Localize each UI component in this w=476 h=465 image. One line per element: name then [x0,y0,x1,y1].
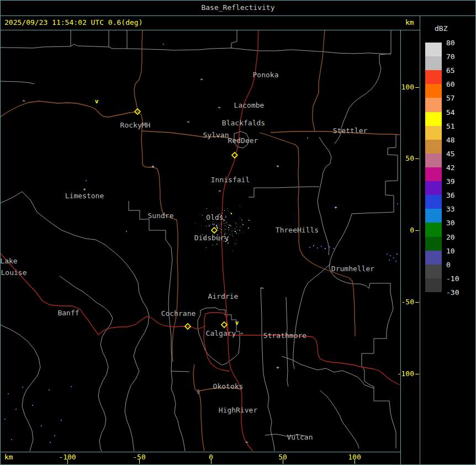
radar-echo-pixel [54,435,55,436]
radar-echo-pixel [86,180,87,181]
radar-echo-pixel [210,224,210,225]
city-label: Louise [1,268,27,277]
radar-echo-pixel [216,225,217,226]
radar-echo-pixel [389,260,390,261]
radar-echo-pixel [225,225,225,226]
map-line [134,30,142,112]
outer-border-top [0,0,476,1]
radar-echo-pixel [218,224,218,224]
radar-echo-pixel [218,225,218,226]
radar-echo-pixel [224,230,224,231]
colorbar-value-label: 48 [446,136,455,144]
radar-echo-pixel [41,425,42,426]
radar-echo-pixel [213,221,213,222]
radar-echo-pixel [229,225,230,226]
city-label: Ponoka [253,71,279,79]
radar-echo-pixel [236,240,237,240]
radar-site-diamond-icon [221,322,227,327]
radar-echo-pixel [395,261,396,262]
radar-echo-pixel [333,248,334,249]
radar-echo-pixel [216,226,216,227]
map-line [1,81,34,84]
city-label: Limestone [65,192,104,200]
radar-echo-pixel [236,224,236,224]
point-marker-icon: + [276,364,279,370]
radar-echo-pixel [231,231,232,231]
colorbar-divider [420,15,420,465]
bottom-axis-tick [211,459,211,464]
city-label: Lacombe [234,101,265,109]
radar-echo-pixel [216,227,216,228]
radar-echo-pixel [235,244,235,244]
right-axis-tick [415,230,419,231]
city-label: Strathmore [263,331,306,340]
right-axis-tick-label: -50 [396,298,414,306]
radar-echo-pixel [201,225,202,226]
radar-echo-pixel [240,227,240,228]
city-label: RedDeer [228,136,258,145]
radar-echo-pixel [224,219,225,219]
radar-echo-pixel [240,218,240,218]
right-axis-tick [415,158,419,159]
map-line [1,325,40,451]
radar-echo-pixel [209,225,210,226]
radar-echo-pixel [32,405,33,406]
radar-echo-pixel [225,215,226,216]
colorbar-block [425,237,442,251]
radar-echo-pixel [230,212,231,213]
colorbar-block [425,223,442,237]
colorbar-value-label: 60 [446,80,455,88]
city-label: Sylvan [203,131,229,139]
radar-echo-pixel [213,224,214,225]
map-line [171,371,185,451]
radar-echo-pixel [237,230,237,230]
radar-echo-pixel [216,244,218,245]
radar-echo-pixel [228,242,229,244]
radar-echo-pixel [393,257,394,258]
point-marker-icon: ^ [218,106,221,112]
radar-echo-pixel [126,231,127,232]
radar-echo-pixel [239,230,240,231]
radar-echo-pixel [216,226,218,228]
radar-echo-pixel [217,228,218,229]
colorbar-block [425,70,442,84]
city-label: Innisfail [211,176,250,184]
radar-echo-pixel [221,229,221,230]
radar-echo-pixel [241,226,241,227]
radar-echo-pixel [227,210,228,211]
city-label: Blackfalds [222,119,265,127]
map-right-border [400,30,401,465]
radar-echo-pixel [206,226,207,226]
map-line [129,201,189,372]
city-label: Banff [57,309,79,317]
map-layers: vv^^^^^^^^**+++◊PonokaLacombeBlackfaldsS… [1,30,400,451]
radar-echo-pixel [49,389,50,390]
colorbar-value-label: 57 [446,94,455,102]
city-label: HighRiver [219,406,258,414]
radar-echo-pixel [244,232,244,232]
v-marker-icon: v [235,319,239,326]
v-marker-icon: v [95,98,99,105]
radar-echo-pixel [241,219,242,220]
radar-echo-pixel [206,247,207,248]
radar-echo-pixel [235,229,235,229]
radar-echo-pixel [219,225,220,225]
city-label: Sundre [148,212,174,220]
radar-echo-pixel [313,245,314,246]
point-marker-icon: ^ [187,120,190,126]
radar-echo-pixel [220,232,221,232]
colorbar-value-label: -10 [446,274,459,283]
radar-site-diamond-icon [232,152,237,158]
map-top-border [0,30,420,30]
map-line [286,297,288,387]
radar-echo-pixel [239,234,239,234]
right-axis-tick-label: 100 [396,83,414,91]
radar-echo-pixel [309,247,310,248]
city-label: Olds [206,213,223,221]
colorbar-value-label: 10 [446,247,455,255]
city-label: Drumheller [331,265,374,273]
radar-echo-pixel [224,210,225,211]
map-line [231,30,237,49]
radar-map-canvas[interactable]: vv^^^^^^^^**+++◊PonokaLacombeBlackfaldsS… [1,30,400,451]
radar-echo-pixel [231,213,232,214]
